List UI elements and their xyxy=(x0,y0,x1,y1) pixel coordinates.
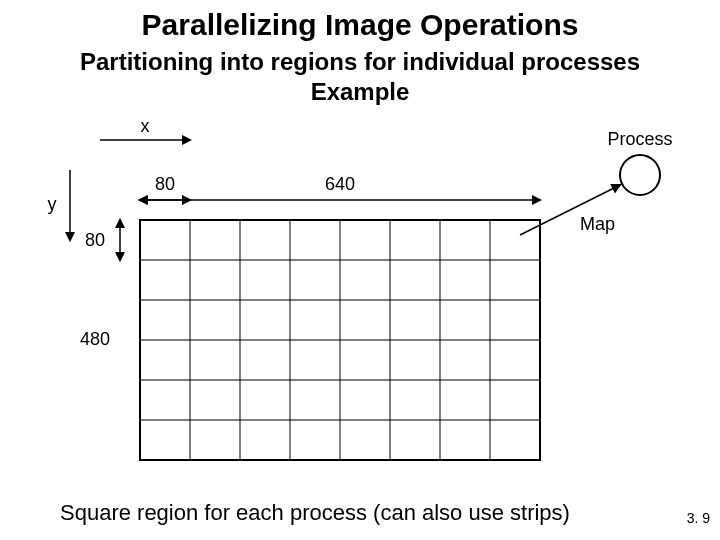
x-axis-label: x xyxy=(141,116,150,136)
process-label: Process xyxy=(607,129,672,149)
page-title: Parallelizing Image Operations xyxy=(0,8,720,42)
full-height-label: 480 xyxy=(80,329,110,349)
subtitle-line-1: Partitioning into regions for individual… xyxy=(0,48,720,76)
cell-height-label: 80 xyxy=(85,230,105,250)
process-circle-icon xyxy=(620,155,660,195)
partition-diagram: x y 80 640 80 480 Map Process xyxy=(40,120,680,480)
cell-width-label: 80 xyxy=(155,174,175,194)
full-width-label: 640 xyxy=(325,174,355,194)
page-number: 3. 9 xyxy=(687,510,710,526)
diagram-svg: x y 80 640 80 480 Map Process xyxy=(40,120,680,480)
map-label: Map xyxy=(580,214,615,234)
subtitle-line-2: Example xyxy=(0,78,720,106)
y-axis-label: y xyxy=(48,194,57,214)
caption-text: Square region for each process (can also… xyxy=(60,500,570,526)
